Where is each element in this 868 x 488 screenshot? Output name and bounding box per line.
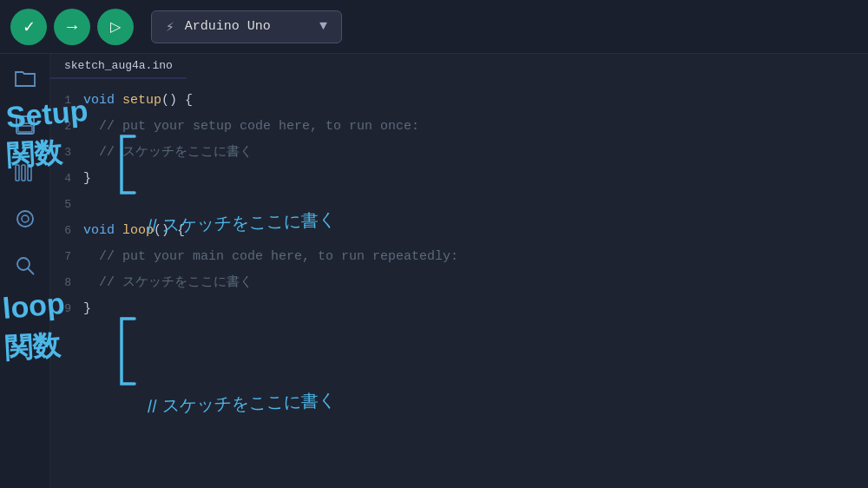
file-tab-label: sketch_aug4a.ino [64, 59, 173, 72]
code-line-7: 7 // put your main code here, to run rep… [50, 244, 868, 270]
svg-rect-3 [16, 165, 19, 181]
line-number: 7 [50, 244, 83, 270]
line-number: 1 [50, 88, 83, 114]
svg-point-7 [22, 215, 29, 222]
editor-main: sketch_aug4a.ino 1 void setup() { 2 // p… [50, 54, 868, 488]
code-line-3: 3 // スケッチをここに書く [50, 140, 868, 166]
line-number: 8 [50, 270, 83, 296]
line-content: // put your setup code here, to run once… [83, 114, 419, 140]
line-number: 2 [50, 114, 83, 140]
svg-rect-5 [28, 165, 31, 181]
board-name-label: Arduino Uno [185, 19, 271, 34]
code-line-9: 9 } [50, 296, 868, 322]
sidebar-item-folder[interactable] [10, 63, 41, 94]
code-editor[interactable]: 1 void setup() { 2 // put your setup cod… [50, 79, 868, 331]
toolbar: ✓ → ▷ ⚡ Arduino Uno ▼ [0, 0, 868, 54]
code-line-6: 6 void loop() { [50, 218, 868, 244]
sidebar-item-search[interactable] [10, 250, 41, 281]
board-selector[interactable]: ⚡ Arduino Uno ▼ [151, 10, 342, 43]
line-content: void setup() { [83, 88, 193, 114]
line-number: 9 [50, 296, 83, 322]
code-line-4: 4 } [50, 166, 868, 192]
line-number: 5 [50, 192, 83, 218]
svg-rect-1 [20, 116, 30, 123]
chevron-down-icon: ▼ [319, 19, 327, 34]
code-line-5: 5 [50, 192, 868, 218]
line-content: } [83, 166, 91, 192]
debug-button[interactable]: ▷ [97, 9, 134, 45]
svg-line-9 [28, 268, 34, 274]
usb-icon: ⚡ [166, 18, 174, 36]
upload-arrow-icon: → [63, 16, 81, 36]
sidebar-item-save[interactable] [10, 109, 41, 141]
line-number: 3 [50, 140, 83, 166]
debug-icon: ▷ [110, 18, 121, 35]
line-content: // put your main code here, to run repea… [83, 244, 458, 270]
svg-rect-0 [16, 116, 34, 134]
line-content: // スケッチをここに書く [83, 140, 253, 166]
sidebar [0, 54, 50, 488]
line-number: 6 [50, 218, 83, 244]
code-line-1: 1 void setup() { [50, 88, 868, 114]
svg-point-8 [17, 258, 30, 270]
svg-rect-2 [18, 126, 32, 132]
file-tab[interactable]: sketch_aug4a.ino [50, 54, 187, 79]
svg-point-6 [17, 211, 33, 227]
line-content: } [83, 296, 91, 322]
check-icon: ✓ [23, 17, 36, 36]
code-line-8: 8 // スケッチをここに書く [50, 270, 868, 296]
verify-button[interactable]: ✓ [10, 9, 47, 45]
svg-rect-4 [22, 165, 25, 181]
line-number: 4 [50, 166, 83, 192]
sidebar-item-debug-board[interactable] [10, 203, 41, 234]
sidebar-item-library[interactable] [10, 156, 41, 188]
code-line-2: 2 // put your setup code here, to run on… [50, 114, 868, 140]
line-content: // スケッチをここに書く [83, 270, 253, 296]
upload-button[interactable]: → [54, 9, 90, 45]
line-content: void loop() { [83, 218, 185, 244]
